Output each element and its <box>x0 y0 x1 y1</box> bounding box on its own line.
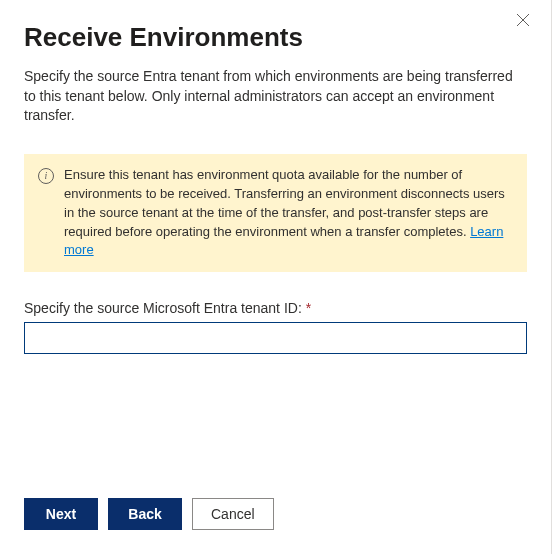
tenant-id-input[interactable] <box>24 322 527 354</box>
back-button[interactable]: Back <box>108 498 182 530</box>
info-text: Ensure this tenant has environment quota… <box>64 166 513 260</box>
next-button[interactable]: Next <box>24 498 98 530</box>
dialog-buttons: Next Back Cancel <box>24 498 274 530</box>
cancel-button[interactable]: Cancel <box>192 498 274 530</box>
required-indicator: * <box>306 300 311 316</box>
info-message: Ensure this tenant has environment quota… <box>64 167 505 239</box>
tenant-id-label: Specify the source Microsoft Entra tenan… <box>24 300 527 316</box>
info-banner: i Ensure this tenant has environment quo… <box>24 154 527 272</box>
info-icon: i <box>38 168 54 184</box>
dialog-title: Receive Environments <box>24 22 527 53</box>
tenant-id-label-text: Specify the source Microsoft Entra tenan… <box>24 300 302 316</box>
close-icon <box>516 13 530 31</box>
dialog-description: Specify the source Entra tenant from whi… <box>24 67 527 126</box>
close-button[interactable] <box>513 12 533 32</box>
